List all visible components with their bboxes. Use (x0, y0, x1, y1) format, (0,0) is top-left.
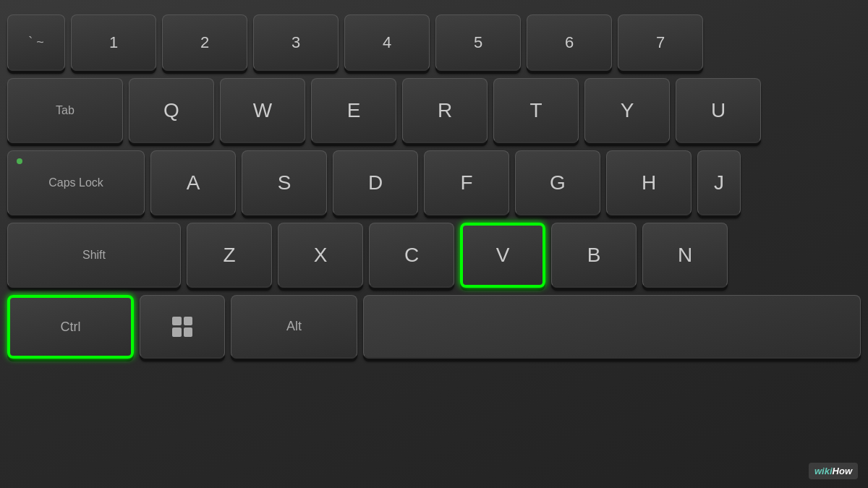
key-5[interactable]: 5 (435, 14, 521, 71)
key-space[interactable] (363, 295, 861, 359)
key-y[interactable]: Y (584, 78, 670, 143)
caps-lock-indicator (17, 158, 22, 164)
key-label: W (253, 99, 272, 122)
wikihow-watermark: wikiHow (809, 463, 858, 479)
key-w[interactable]: W (220, 78, 305, 143)
key-win[interactable] (140, 295, 225, 359)
key-label: X (314, 244, 328, 267)
key-label: H (642, 171, 656, 194)
wikihow-prefix: wiki (814, 466, 833, 476)
qwerty-row: Tab Q W E R T Y U (7, 78, 861, 143)
key-6[interactable]: 6 (527, 14, 612, 71)
key-label: 3 (292, 33, 300, 52)
key-label: Y (621, 99, 634, 122)
key-label: S (278, 171, 292, 194)
key-z[interactable]: Z (187, 223, 272, 288)
key-a[interactable]: A (150, 150, 236, 215)
key-label: T (529, 99, 542, 122)
key-4[interactable]: 4 (344, 14, 430, 71)
windows-icon (172, 317, 192, 337)
key-g[interactable]: G (515, 150, 600, 215)
key-shift[interactable]: Shift (7, 223, 181, 288)
key-label: D (368, 171, 383, 194)
key-label: F (460, 171, 472, 194)
key-label: N (678, 244, 692, 267)
key-j[interactable]: J (697, 150, 741, 215)
key-caps-lock[interactable]: Caps Lock (7, 150, 145, 215)
key-q[interactable]: Q (129, 78, 214, 143)
key-label: G (550, 171, 566, 194)
key-label: 2 (200, 33, 209, 52)
key-label: 6 (565, 33, 574, 52)
key-label: 1 (109, 33, 118, 52)
key-label: Tab (56, 104, 75, 117)
key-label: Alt (286, 319, 302, 334)
key-label: Caps Lock (48, 176, 103, 189)
key-label: 4 (383, 33, 391, 52)
keyboard-diagram: ` ~ 1 2 3 4 5 6 7 Tab Q W (0, 0, 868, 488)
zxcv-row: Shift Z X C V B N (7, 223, 861, 288)
key-u[interactable]: U (676, 78, 761, 143)
number-row: ` ~ 1 2 3 4 5 6 7 (7, 14, 861, 71)
key-label: U (711, 99, 726, 122)
key-label: Shift (82, 249, 106, 262)
key-backtick[interactable]: ` ~ (7, 14, 65, 71)
key-tab[interactable]: Tab (7, 78, 123, 143)
key-label: A (187, 171, 200, 194)
key-r[interactable]: R (402, 78, 488, 143)
key-t[interactable]: T (493, 78, 579, 143)
key-d[interactable]: D (333, 150, 418, 215)
key-label: Q (163, 99, 179, 122)
key-label: B (587, 244, 601, 267)
key-b[interactable]: B (551, 223, 637, 288)
key-label: 7 (656, 33, 665, 52)
key-label: V (496, 244, 510, 267)
key-x[interactable]: X (278, 223, 363, 288)
key-label: 5 (474, 33, 482, 52)
key-s[interactable]: S (242, 150, 327, 215)
key-7[interactable]: 7 (618, 14, 703, 71)
key-label: J (714, 171, 724, 194)
asdf-row: Caps Lock A S D F G H J (7, 150, 861, 215)
key-f[interactable]: F (424, 150, 509, 215)
key-e[interactable]: E (311, 78, 396, 143)
key-2[interactable]: 2 (162, 14, 247, 71)
key-c[interactable]: C (369, 223, 454, 288)
wikihow-suffix: How (833, 466, 852, 476)
key-label: Ctrl (61, 320, 81, 335)
key-alt[interactable]: Alt (231, 295, 357, 359)
key-1[interactable]: 1 (71, 14, 156, 71)
key-ctrl[interactable]: Ctrl (7, 295, 134, 359)
key-n[interactable]: N (642, 223, 728, 288)
bottom-row: Ctrl Alt (7, 295, 861, 359)
key-label: R (438, 99, 452, 122)
key-label: Z (223, 244, 235, 267)
key-label: C (404, 244, 419, 267)
key-label: ` ~ (28, 35, 44, 50)
key-h[interactable]: H (606, 150, 692, 215)
key-v[interactable]: V (460, 223, 545, 288)
key-3[interactable]: 3 (253, 14, 339, 71)
key-label: E (347, 99, 361, 122)
